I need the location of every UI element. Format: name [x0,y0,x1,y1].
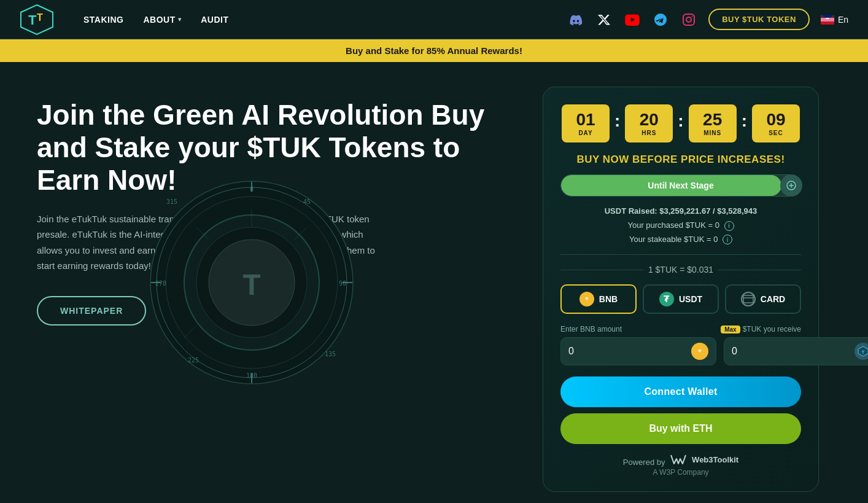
purchased-token-info: Your purchased $TUK = 0 i [560,220,801,231]
bnb-amount-label: Enter BNB amount [560,325,677,333]
svg-text:270: 270 [155,280,166,287]
bnb-icon [579,292,594,306]
svg-text:135: 135 [325,351,336,357]
bnb-input-group [560,337,716,365]
buy-token-button[interactable]: BUY $TUK TOKEN [708,9,810,30]
progress-toggle-button[interactable] [780,174,802,197]
instagram-icon[interactable] [680,11,697,28]
telegram-icon[interactable] [652,11,669,28]
bnb-token-icon [691,343,708,360]
stakeable-token-info: Your stakeable $TUK = 0 i [560,235,801,245]
svg-point-5 [692,15,693,17]
svg-point-4 [686,17,691,22]
svg-text:45: 45 [303,198,311,205]
logo[interactable]: T T [20,4,54,36]
main-content: Join the Green AI Revolution Buy and Sta… [0,62,868,503]
discord-icon[interactable] [567,11,584,28]
countdown-days: 01 DAY [562,104,610,142]
usdt-icon: ₮ [659,292,674,306]
divider-1 [560,254,801,255]
web3toolkit-logo: Web3Toolkit [667,454,738,465]
nav-about[interactable]: ABOUT ▾ [143,15,181,25]
buy-now-heading: BUY NOW BEFORE PRICE INCREASES! [560,154,801,166]
svg-text:225: 225 [188,357,199,364]
tab-usdt[interactable]: ₮ USDT [643,284,719,314]
hero-section: Join the Green AI Revolution Buy and Sta… [37,87,506,350]
countdown-sep-2: : [673,111,688,131]
token-price: 1 $TUK = $0.031 [560,265,801,275]
countdown-hours: 20 HRS [625,104,673,142]
nav-right: BUY $TUK TOKEN En [567,9,848,30]
amount-input-row: T [560,337,801,365]
countdown-sep-1: : [610,111,625,131]
purchase-widget: 01 DAY : 20 HRS : 25 MINS : 09 SEC BUY N… [543,87,819,492]
tab-bnb[interactable]: BNB [560,284,637,314]
powered-by-footer: Powered by Web3Toolkit A W3P Company [560,454,801,477]
svg-text:T: T [37,12,43,23]
countdown-secs: 09 SEC [752,104,800,142]
tuk-amount-input[interactable] [732,346,854,357]
progress-label: Until Next Stage [648,181,713,190]
decorative-circle: 0 90 180 270 45 135 225 315 T [147,178,356,387]
svg-rect-34 [743,295,753,303]
progress-bar: Until Next Stage [560,174,801,197]
svg-text:T: T [862,349,865,355]
lang-label: En [838,15,848,25]
countdown-timer: 01 DAY : 20 HRS : 25 MINS : 09 SEC [560,104,801,142]
countdown-mins: 25 MINS [689,104,737,142]
card-icon [741,292,756,306]
tuk-token-icon: T [854,343,868,360]
youtube-icon[interactable] [624,11,641,28]
connect-wallet-button[interactable]: Connect Wallet [560,376,801,407]
buy-eth-button[interactable]: Buy with ETH [560,413,801,444]
svg-rect-3 [683,14,694,25]
x-twitter-icon[interactable] [595,11,613,28]
brand-sub: A W3P Company [560,468,801,477]
nav-audit[interactable]: AUDIT [201,15,228,25]
progress-container: Until Next Stage [560,174,801,197]
nav-links: STAKING ABOUT ▾ AUDIT [83,15,567,25]
language-selector[interactable]: En [821,15,848,25]
bnb-amount-input[interactable] [568,346,691,357]
chevron-down-icon: ▾ [178,16,182,23]
tuk-receive-label: Max $TUK you receive [684,325,801,333]
announcement-banner: Buy and Stake for 85% Annual Rewards! [0,39,868,62]
raised-info: USDT Raised: $3,259,221.67 / $3,528,943 [560,206,801,216]
svg-text:315: 315 [166,198,177,205]
input-labels: Enter BNB amount Max $TUK you receive [560,325,801,333]
tuk-input-group: T [724,337,868,365]
svg-text:90: 90 [339,280,346,287]
payment-method-tabs: BNB ₮ USDT CARD [560,284,801,314]
max-badge[interactable]: Max [721,326,740,333]
tab-card[interactable]: CARD [725,284,801,314]
svg-text:T: T [242,268,260,301]
stakeable-info-icon[interactable]: i [723,235,732,244]
nav-staking[interactable]: STAKING [83,15,123,25]
svg-text:T: T [28,12,37,28]
navbar: T T STAKING ABOUT ▾ AUDIT [0,0,868,39]
whitepaper-button[interactable]: WHITEPAPER [37,296,146,326]
countdown-sep-3: : [737,111,752,131]
purchased-info-icon[interactable]: i [724,221,734,231]
